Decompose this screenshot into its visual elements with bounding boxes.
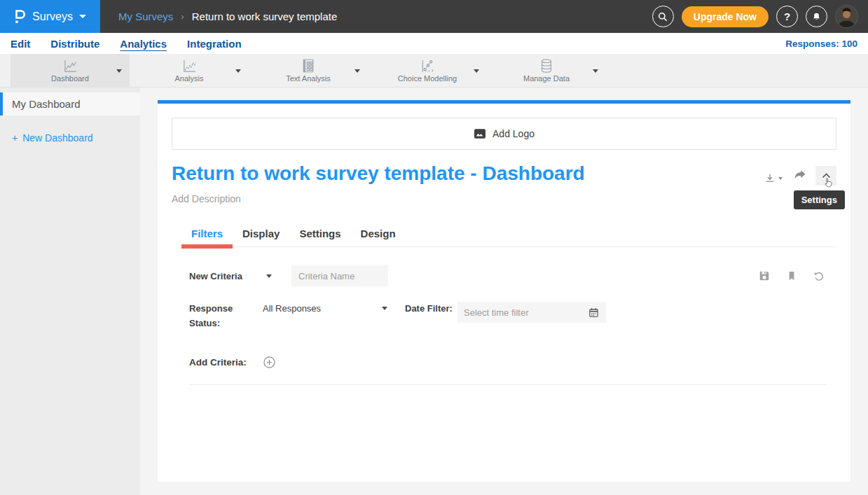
- chevron-down-icon: [266, 274, 272, 278]
- breadcrumb-my-surveys[interactable]: My Surveys: [118, 11, 173, 22]
- question-mark-icon: ?: [784, 11, 790, 22]
- add-logo-label: Add Logo: [492, 128, 535, 139]
- product-switcher[interactable]: Surveys: [0, 0, 100, 33]
- topbar-main: My Surveys › Return to work survey templ…: [100, 0, 868, 33]
- tab-design[interactable]: Design: [351, 223, 406, 246]
- nav-distribute[interactable]: Distribute: [50, 38, 99, 50]
- dashboard-tabs: Filters Display Settings Design: [181, 223, 836, 247]
- page-title[interactable]: Return to work survey template - Dashboa…: [172, 162, 585, 185]
- toolbar-dashboard[interactable]: Dashboard: [11, 54, 130, 87]
- response-status-value: All Responses: [263, 303, 321, 314]
- tab-filters[interactable]: Filters: [181, 223, 233, 246]
- bell-icon: [811, 11, 822, 22]
- add-logo-button[interactable]: Add Logo: [172, 118, 836, 150]
- sidebar-item-my-dashboard[interactable]: My Dashboard: [0, 92, 140, 116]
- plus-icon: +: [12, 132, 18, 144]
- save-icon: [757, 269, 771, 283]
- add-criteria-label: Add Criteria:: [189, 355, 247, 370]
- tab-display[interactable]: Display: [233, 223, 289, 246]
- breadcrumb-current-survey: Return to work survey template: [192, 11, 338, 22]
- add-criteria-row: Add Criteria:: [189, 355, 827, 370]
- upgrade-now-button[interactable]: Upgrade Now: [682, 6, 769, 27]
- notifications-button[interactable]: [806, 6, 827, 27]
- sidebar-item-label: My Dashboard: [12, 98, 81, 110]
- chevron-down-icon: [474, 69, 479, 73]
- response-status-label: Response Status:: [189, 302, 245, 331]
- criteria-actions: [757, 268, 827, 284]
- criteria-row: New Criteria: [189, 265, 827, 286]
- image-icon: [474, 128, 486, 139]
- toolbar-manage-data[interactable]: Manage Data: [487, 54, 606, 87]
- avatar[interactable]: [835, 5, 858, 28]
- calendar-icon: [588, 307, 600, 319]
- criteria-select[interactable]: New Criteria: [189, 271, 272, 281]
- date-filter-field[interactable]: [457, 302, 606, 323]
- chevron-down-icon: [79, 15, 86, 18]
- toolbar-choice-modelling-label: Choice Modelling: [398, 74, 457, 83]
- analysis-chart-icon: [181, 59, 198, 74]
- download-icon: [763, 172, 777, 186]
- dashboard-content: Add Logo Return to work survey template …: [140, 88, 868, 495]
- top-bar: Surveys My Surveys › Return to work surv…: [0, 0, 868, 33]
- save-criteria-button[interactable]: [757, 268, 772, 284]
- bookmark-icon: [785, 269, 798, 283]
- database-icon: [539, 58, 554, 74]
- add-description-button[interactable]: Add Description: [172, 193, 836, 204]
- refresh-icon: [812, 269, 826, 283]
- search-button[interactable]: [652, 6, 674, 27]
- workspace: My Dashboard + New Dashboard Add Logo Re…: [0, 88, 868, 495]
- tab-settings[interactable]: Settings: [289, 223, 350, 246]
- new-dashboard-button[interactable]: + New Dashboard: [12, 132, 140, 144]
- line-chart-icon: [62, 59, 78, 74]
- date-filter-label: Date Filter:: [405, 302, 454, 316]
- toolbar-text-analysis[interactable]: Text Analysis: [249, 54, 368, 87]
- settings-tooltip: Settings: [794, 190, 845, 209]
- dashboard-card: Add Logo Return to work survey template …: [158, 100, 850, 482]
- section-divider: [189, 384, 827, 385]
- chevron-down-icon: [354, 69, 360, 73]
- chevron-down-icon: [778, 177, 783, 180]
- text-book-icon: [301, 58, 316, 74]
- chevron-down-icon: [116, 69, 122, 73]
- nav-analytics[interactable]: Analytics: [120, 38, 167, 50]
- title-actions: Settings: [762, 166, 836, 186]
- topbar-actions: Upgrade Now ?: [652, 5, 858, 28]
- chevron-down-icon: [382, 307, 387, 310]
- filters-panel: New Criteria: [172, 265, 836, 370]
- nav-edit[interactable]: Edit: [11, 38, 30, 50]
- chevron-down-icon: [235, 69, 241, 73]
- reset-criteria-button[interactable]: [811, 268, 827, 284]
- analytics-toolbar: Dashboard Analysis Text Analysis: [0, 54, 868, 88]
- date-filter-input[interactable]: [464, 307, 588, 318]
- dashboard-sidebar: My Dashboard + New Dashboard: [0, 88, 140, 495]
- collapse-settings-button[interactable]: Settings: [815, 166, 836, 186]
- toolbar-manage-data-label: Manage Data: [523, 74, 570, 83]
- download-button[interactable]: [762, 166, 783, 186]
- response-status-row: Response Status: All Responses Date Filt…: [189, 302, 827, 331]
- bookmark-criteria-button[interactable]: [784, 268, 799, 284]
- search-icon: [657, 11, 668, 22]
- criteria-select-value: New Criteria: [189, 271, 242, 281]
- toolbar-choice-modelling[interactable]: Choice Modelling: [368, 54, 487, 87]
- add-criteria-button[interactable]: [262, 355, 277, 370]
- plus-circle-icon: [262, 355, 277, 370]
- scatter-chart-icon: [420, 59, 436, 74]
- toolbar-analysis-label: Analysis: [175, 74, 204, 83]
- breadcrumb: My Surveys › Return to work survey templ…: [118, 11, 337, 22]
- toolbar-text-analysis-label: Text Analysis: [286, 74, 331, 83]
- responses-count[interactable]: Responses: 100: [785, 39, 857, 49]
- survey-nav: Edit Distribute Analytics Integration Re…: [0, 33, 868, 54]
- hand-cursor-icon: [822, 176, 834, 192]
- toolbar-dashboard-label: Dashboard: [51, 74, 89, 83]
- title-row: Return to work survey template - Dashboa…: [172, 162, 836, 186]
- nav-integration[interactable]: Integration: [187, 38, 242, 50]
- criteria-name-input[interactable]: [291, 265, 388, 286]
- chevron-down-icon: [593, 69, 598, 73]
- share-forward-icon: [792, 169, 807, 182]
- toolbar-analysis[interactable]: Analysis: [130, 54, 249, 87]
- product-name: Surveys: [32, 11, 73, 23]
- questionpro-logo-icon: [14, 9, 26, 25]
- response-status-select[interactable]: All Responses: [263, 303, 387, 314]
- help-button[interactable]: ?: [776, 6, 798, 27]
- share-button[interactable]: [789, 166, 810, 186]
